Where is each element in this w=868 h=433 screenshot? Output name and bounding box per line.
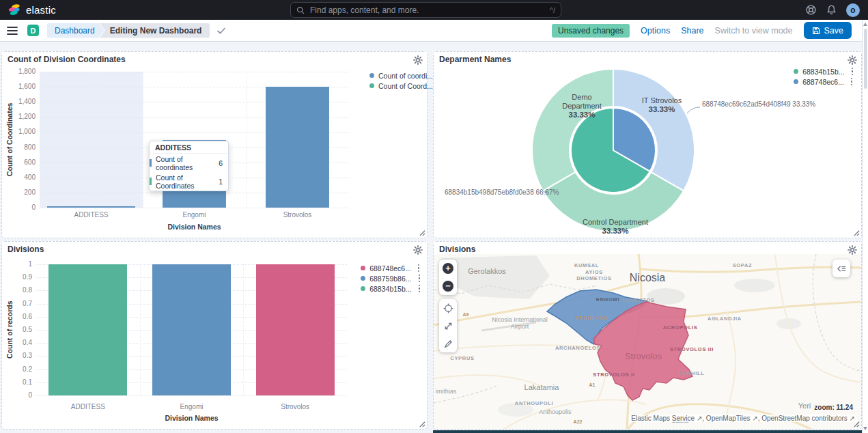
save-icon [812,27,820,35]
alerts-bell-icon[interactable] [826,4,837,16]
partial-panel-strip [433,430,862,433]
gridline [36,395,347,396]
panel-divisions-map[interactable]: GerolakkosKUMSALSOPAZAYIOS DHOMETIOSNico… [433,241,862,430]
search-icon [296,6,305,14]
resize-handle[interactable] [418,420,425,428]
legend-item[interactable]: 688759b86... [361,274,420,283]
legend-item[interactable]: 68834b15b... [794,67,853,76]
space-avatar[interactable]: D [27,25,39,36]
gear-icon[interactable] [413,55,423,65]
bar-ADDITESS[interactable] [48,264,127,395]
legend-dot [361,276,365,281]
y-tick: 1,800 [11,68,36,75]
save-button-label: Save [824,26,844,36]
legend-label: 688748ec6... [369,264,411,273]
scroll-up-arrow[interactable] [863,23,867,26]
scrollbar-thumb[interactable] [864,29,867,89]
y-tick: 0.8 [8,286,32,294]
legend-label: 68834b15b... [802,68,844,76]
x-axis-title: Division Names [40,223,349,231]
legend-item[interactable]: Count of coordi... [369,71,433,80]
map-label: Strovolos [625,352,662,362]
elastic-brand[interactable]: elastic [0,3,64,16]
help-icon[interactable] [805,4,817,16]
y-tick: 200 [11,188,36,196]
gear-icon[interactable] [413,245,423,255]
legend-actions-icon[interactable] [418,264,420,273]
map-label: imithias [436,388,457,395]
legend-actions-icon[interactable] [419,275,421,283]
series-color-bar [150,159,152,167]
pie-callout-left: 68834b15b498d75eb8fd0e38 66.67% [445,188,559,196]
panel-title: Divisions [2,242,427,254]
pie-slice-label-control: Control Department33.33% [583,209,648,236]
gridline [140,264,141,395]
resize-handle[interactable] [852,420,860,428]
legend-actions-icon[interactable] [419,285,421,293]
scroll-down-arrow[interactable] [863,427,867,430]
panel-divisions-bar[interactable]: Divisions Count of records Division Name… [1,241,428,430]
pie-slice-label-it-strovolos: IT Strovolos33.33% [642,87,682,115]
gear-icon[interactable] [848,55,857,65]
chart-tooltip: ADDITESS Count of coordinates 6 Count of… [149,141,229,191]
callout-line [687,107,700,113]
save-button[interactable]: Save [804,22,852,39]
breadcrumb-current[interactable]: Editing New Dashboard [100,23,210,38]
legend-item[interactable]: 688748ec6... [361,264,420,273]
x-tick: Engomi [143,211,246,219]
switch-view-mode-button[interactable]: Switch to view mode [715,26,793,36]
legend-actions-icon[interactable] [852,68,854,76]
page-scrollbar[interactable] [862,20,868,433]
legend-collapse-button[interactable] [832,260,850,277]
panel-count-of-division-coordinates[interactable]: Count of Division Coordinates Count of C… [1,51,428,238]
bar-Strovolos[interactable] [256,264,335,395]
draw-tools-button[interactable] [439,335,457,352]
y-tick: 0.3 [8,352,32,359]
tooltip-label: Count of Coordinates [156,173,219,190]
options-button[interactable]: Options [641,26,670,36]
tooltip-value: 1 [219,178,223,186]
bar-Engomi[interactable] [152,264,231,395]
tooltip-label: Count of coordinates [156,155,219,171]
map-label: CYPRUS [450,356,474,362]
panel-title: Deparment Names [434,52,861,64]
map-label: LYKAVITOS [622,298,655,304]
gear-icon[interactable] [848,245,857,255]
map-canvas[interactable]: GerolakkosKUMSALSOPAZAYIOS DHOMETIOSNico… [434,242,861,429]
legend-label: Count of coordi... [378,72,433,80]
resize-handle[interactable] [418,229,425,236]
y-tick: 1,400 [11,98,36,105]
panel-title: Count of Division Coordinates [2,52,427,64]
x-tick: Strovolos [246,211,349,219]
legend-item[interactable]: 688748ec6... [794,77,853,86]
chart-legend: 688748ec6...688759b86...68834b15b... [361,264,420,293]
legend-item[interactable]: Count of Coord... [369,81,433,90]
menu-hamburger-icon[interactable] [7,26,18,36]
map-attribution[interactable]: Elastic Maps Service ↗, OpenMapTiles ↗, … [629,415,857,422]
global-search[interactable]: ^/ [290,2,561,18]
resize-handle[interactable] [852,229,860,236]
zoom-out-button[interactable]: − [439,277,457,295]
search-input[interactable] [309,5,546,16]
legend-actions-icon[interactable] [851,78,853,86]
legend-item[interactable]: 68834b15b... [361,284,420,293]
breadcrumb-dashboard[interactable]: Dashboard [47,23,104,38]
map-label: STROVOLOS II [593,372,634,378]
tooltip-header: ADDITESS [150,141,228,154]
set-view-crosshair-button[interactable] [439,299,457,317]
bar-ADDITESS[interactable] [47,206,136,208]
map-labels-layer: GerolakkosKUMSALSOPAZAYIOS DHOMETIOSNico… [434,242,861,429]
y-tick: 400 [11,173,36,181]
map-label: AYIOS DHOMETIOS [576,270,612,281]
search-shortcut-hint: ^/ [550,6,555,14]
highlight-band [40,72,143,208]
y-tick: 0.6 [8,313,32,320]
y-tick: 1 [8,260,32,268]
fit-to-data-button[interactable] [439,317,457,335]
panel-deparment-names[interactable]: Deparment Names Demo Department33.33% IT… [433,51,862,238]
bar-Strovolos[interactable] [266,87,330,208]
user-avatar[interactable]: o [846,3,860,17]
zoom-in-button[interactable]: + [439,260,457,277]
share-button[interactable]: Share [681,26,703,36]
map-label: PARISINOS [576,316,608,322]
